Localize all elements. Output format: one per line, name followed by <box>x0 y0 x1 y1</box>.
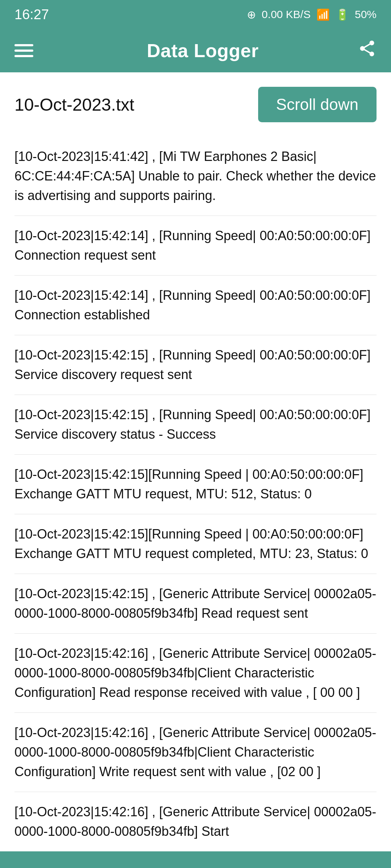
network-speed: 0.00 KB/S <box>262 8 311 21</box>
log-item: [10-Oct-2023|15:42:15][Running Speed | 0… <box>14 454 377 514</box>
log-item: [10-Oct-2023|15:41:42] , [Mi TW Earphone… <box>14 137 377 216</box>
file-name: 10-Oct-2023.txt <box>14 95 134 115</box>
menu-line-3 <box>14 55 33 57</box>
log-item: [10-Oct-2023|15:42:14] , [Running Speed|… <box>14 216 377 275</box>
battery-icon: 🔋 <box>336 8 349 21</box>
share-button[interactable] <box>358 39 377 62</box>
menu-button[interactable] <box>14 44 33 57</box>
log-item: [10-Oct-2023|15:42:16] , [Generic Attrib… <box>14 633 377 712</box>
app-title: Data Logger <box>48 40 358 61</box>
log-item: [10-Oct-2023|15:42:15][Running Speed | 0… <box>14 514 377 574</box>
log-list: [10-Oct-2023|15:41:42] , [Mi TW Earphone… <box>14 137 377 851</box>
log-item: [10-Oct-2023|15:42:15] , [Running Speed|… <box>14 395 377 454</box>
file-header: 10-Oct-2023.txt Scroll down <box>14 87 377 122</box>
status-bar: 16:27 ⊕ 0.00 KB/S 📶 🔋 50% <box>0 0 391 29</box>
menu-line-2 <box>14 50 33 52</box>
log-item: [10-Oct-2023|15:42:15] , [Running Speed|… <box>14 335 377 395</box>
log-item: [10-Oct-2023|15:42:16] , [Generic Attrib… <box>14 712 377 792</box>
log-item: [10-Oct-2023|15:42:15] , [Generic Attrib… <box>14 574 377 633</box>
app-bar: Data Logger <box>0 29 391 72</box>
battery-level: 50% <box>355 8 377 21</box>
status-icons: ⊕ 0.00 KB/S 📶 🔋 50% <box>247 8 377 21</box>
status-time: 16:27 <box>14 7 49 22</box>
main-content: 10-Oct-2023.txt Scroll down [10-Oct-2023… <box>0 72 391 851</box>
history-button[interactable]: History <box>0 851 391 868</box>
log-item: [10-Oct-2023|15:42:14] , [Running Speed|… <box>14 275 377 335</box>
log-item: [10-Oct-2023|15:42:16] , [Generic Attrib… <box>14 792 377 851</box>
scroll-down-button[interactable]: Scroll down <box>258 87 377 122</box>
menu-line-1 <box>14 44 33 46</box>
signal-icon: 📶 <box>316 8 330 21</box>
bluetooth-icon: ⊕ <box>247 8 256 21</box>
